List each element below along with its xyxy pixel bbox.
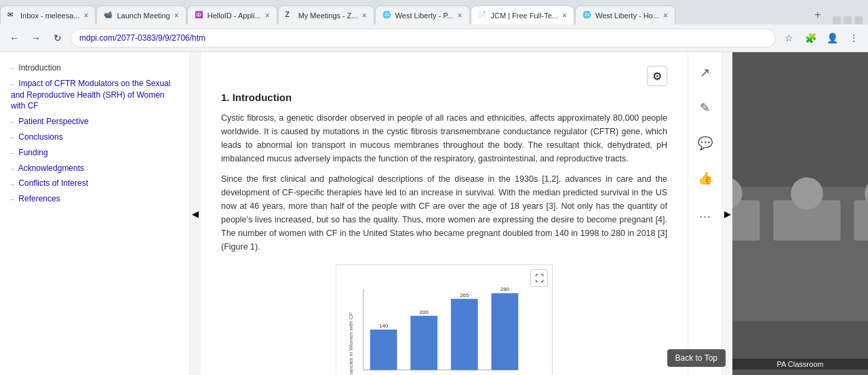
svg-text:280: 280 — [500, 286, 510, 292]
tab-close-button[interactable]: × — [457, 11, 462, 20]
tab-favicon: ✉ — [7, 11, 17, 20]
sidebar-bullet: – — [11, 134, 16, 141]
profile-button[interactable]: 👤 — [823, 29, 841, 47]
tab-label: West Liberty - P... — [395, 12, 454, 20]
camera-preview: PA Classroom — [732, 52, 868, 375]
collapse-left-icon: ◀ — [192, 209, 199, 219]
back-to-top-button[interactable]: Back to Top — [667, 349, 726, 367]
maximize-button[interactable] — [844, 16, 852, 24]
tab-favicon: Z — [285, 11, 295, 20]
tab-label: Inbox - meleesa... — [20, 12, 79, 20]
bar-rect — [410, 316, 437, 370]
tab-label: HelloID - Appli... — [208, 12, 261, 20]
browser-tab-tab5[interactable]: 🌐West Liberty - P...× — [375, 5, 470, 24]
tab-favicon: 📄 — [478, 11, 488, 20]
browser-tab-tab3[interactable]: 🆔HelloID - Appli...× — [187, 5, 277, 24]
new-tab-button[interactable]: + — [808, 5, 827, 24]
sidebar-item[interactable]: – Conflicts of Interest — [11, 176, 178, 191]
url-input[interactable] — [71, 28, 776, 47]
browser-tab-tab2[interactable]: 📹Launch Meeting× — [96, 5, 186, 24]
extensions-button[interactable]: 🧩 — [802, 29, 819, 47]
bar-chart: Number of Pregnancies in Women with CF 1… — [343, 272, 545, 375]
browser-tab-tab7[interactable]: 🌐West Liberty - Ho...× — [575, 5, 675, 24]
tab-close-button[interactable]: × — [83, 11, 88, 20]
svg-point-17 — [791, 177, 823, 210]
sidebar-item[interactable]: – Impact of CFTR Modulators on the Sexua… — [11, 76, 178, 114]
bar-rect — [492, 293, 519, 370]
sidebar-item[interactable]: – Patient Perspective — [11, 114, 178, 130]
bookmark-button[interactable]: ☆ — [780, 29, 797, 47]
address-bar: ← → ↻ ☆ 🧩 👤 ⋮ — [0, 24, 868, 52]
browser-tab-tab4[interactable]: ZMy Meetings - Z...× — [278, 5, 374, 24]
sidebar-bullet: – — [11, 149, 16, 157]
thumbsup-icon-button[interactable]: 👍 — [693, 166, 717, 191]
sidebar-bullet: – — [11, 80, 16, 87]
sidebar-bullet: – — [11, 118, 16, 125]
tab-close-button[interactable]: × — [562, 11, 567, 20]
tab-label: Launch Meeting — [117, 12, 170, 20]
tab-close-button[interactable]: × — [174, 11, 179, 20]
article-paragraph: Cystic fibrosis, a genetic disorder obse… — [221, 111, 667, 165]
camera-feed — [732, 52, 868, 375]
share-icon-button[interactable]: ↗ — [693, 60, 717, 85]
tab-favicon: 🌐 — [583, 11, 592, 20]
right-sidebar: ↗ ✎ 💬 👍 … — [688, 52, 722, 375]
tab-label: JCM | Free Full-Te... — [491, 12, 558, 20]
tab-close-button[interactable]: × — [663, 11, 668, 20]
chart-container: ⛶ Number of Pregnancies in Women with CF… — [336, 264, 553, 375]
main-layout: – Introduction– Impact of CFTR Modulator… — [0, 52, 868, 375]
article-content: ⚙ 1. Introduction Cystic fibrosis, a gen… — [201, 52, 688, 375]
camera-label: PA Classroom — [732, 359, 868, 370]
browser-tab-tab6[interactable]: 📄JCM | Free Full-Te...× — [471, 5, 574, 24]
alert-icon-button[interactable]: ✎ — [693, 96, 717, 120]
bar-rect — [370, 330, 397, 370]
sidebar-item[interactable]: – Introduction — [11, 60, 178, 76]
sidebar-item[interactable]: – Acknowledgments — [11, 161, 178, 176]
sidebar-item[interactable]: – References — [11, 191, 178, 207]
sidebar-bullet: – — [11, 64, 16, 72]
minimize-button[interactable] — [833, 16, 841, 24]
article-paragraph: Since the first clinical and pathologica… — [221, 172, 667, 254]
toolbar-icons: ☆ 🧩 👤 ⋮ — [780, 29, 863, 47]
tab-close-button[interactable]: × — [265, 11, 270, 20]
svg-text:265: 265 — [460, 292, 469, 298]
article-section-heading: 1. Introduction — [221, 92, 667, 103]
sidebar-item[interactable]: – Conclusions — [11, 130, 178, 145]
tab-close-button[interactable]: × — [362, 11, 367, 20]
sidebar-bullet: – — [11, 180, 16, 188]
sidebar-bullet: – — [11, 195, 16, 203]
chart-expand-button[interactable]: ⛶ — [530, 269, 548, 287]
reload-button[interactable]: ↻ — [49, 29, 66, 47]
close-window-button[interactable] — [854, 16, 863, 24]
sidebar: – Introduction– Impact of CFTR Modulator… — [0, 52, 190, 375]
forward-button[interactable]: → — [27, 29, 45, 47]
svg-text:Number of Pregnancies in Women: Number of Pregnancies in Women with CF — [348, 312, 354, 375]
tab-label: West Liberty - Ho... — [595, 12, 659, 20]
comment-icon-button[interactable]: 💬 — [693, 131, 717, 155]
tab-bar: ✉Inbox - meleesa...×📹Launch Meeting×🆔Hel… — [0, 0, 868, 24]
content-area: ⚙ 1. Introduction Cystic fibrosis, a gen… — [201, 52, 732, 375]
chat-icon-button[interactable]: … — [693, 201, 717, 226]
browser-chrome: ✉Inbox - meleesa...×📹Launch Meeting×🆔Hel… — [0, 0, 868, 52]
svg-text:140: 140 — [379, 323, 389, 329]
tab-favicon: 🌐 — [382, 11, 392, 20]
more-button[interactable]: ⋮ — [845, 29, 863, 47]
right-panel-toggle[interactable]: ▶ — [722, 52, 732, 375]
back-button[interactable]: ← — [5, 29, 23, 47]
settings-gear-button[interactable]: ⚙ — [647, 66, 667, 86]
svg-rect-15 — [854, 200, 868, 240]
bar-rect — [451, 299, 478, 370]
collapse-right-icon: ▶ — [724, 209, 731, 219]
tab-label: My Meetings - Z... — [298, 12, 358, 20]
tab-favicon: 📹 — [104, 11, 113, 20]
left-panel-toggle[interactable]: ◀ — [190, 52, 201, 375]
svg-text:200: 200 — [420, 309, 429, 315]
svg-rect-13 — [732, 200, 760, 240]
sidebar-item[interactable]: – Funding — [11, 145, 178, 161]
browser-tab-tab1[interactable]: ✉Inbox - meleesa...× — [0, 5, 96, 24]
tab-favicon: 🆔 — [195, 11, 204, 20]
sidebar-bullet: – — [11, 165, 16, 172]
